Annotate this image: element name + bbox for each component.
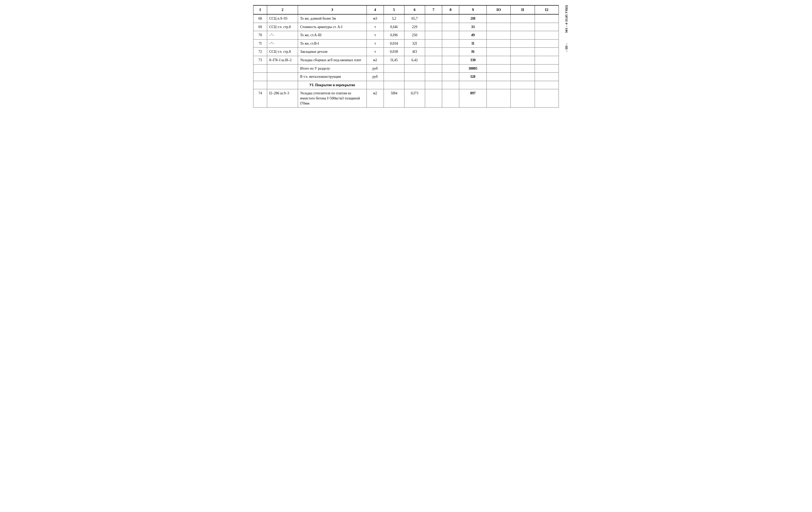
cell-col10 (487, 89, 511, 108)
header-col4: 4 (367, 5, 384, 14)
cell-col5 (384, 64, 404, 73)
cell-col3: Укладка сборных ж/б под-оконных плит (298, 56, 367, 64)
cell-col11 (511, 73, 534, 81)
cell-col10 (487, 23, 511, 31)
cell-col12 (534, 39, 558, 48)
cell-col4: м2 (367, 89, 384, 108)
cell-col11 (511, 89, 534, 108)
cell-col9 (459, 81, 487, 89)
cell-col10 (487, 39, 511, 48)
cell-col3: Стоимость арматуры ст. А-I (298, 23, 367, 31)
side-label: 503 – 4-33.85 УП(I) – III – (561, 5, 572, 108)
cell-col10 (487, 31, 511, 39)
cell-col12 (534, 56, 558, 64)
cell-col6 (404, 73, 425, 81)
cell-col10 (487, 81, 511, 89)
cell-col8 (442, 81, 459, 89)
cell-col3: Укладка утеплителя по плитам из ячеистог… (298, 89, 367, 108)
cell-row-id: 73 (254, 56, 267, 64)
cell-row-id: 7I (254, 39, 267, 48)
cell-col9: I28 (459, 73, 487, 81)
cell-col3: То же, ст.В-I (298, 39, 367, 48)
header-col2: 2 (267, 5, 298, 14)
cell-col8 (442, 14, 459, 23)
cell-row-id: 70 (254, 31, 267, 39)
cell-col2: ССЦ п.9–93 (267, 14, 298, 23)
cell-col12 (534, 48, 558, 56)
header-col6: 6 (404, 5, 425, 14)
cell-col9: II (459, 39, 487, 48)
cell-col9: 330 (459, 56, 487, 64)
cell-col2 (267, 81, 298, 89)
cell-col8 (442, 39, 459, 48)
cell-col7 (425, 48, 442, 56)
cell-col7 (425, 39, 442, 48)
cell-row-id: 69 (254, 23, 267, 31)
cell-col4: м2 (367, 56, 384, 64)
cell-col3: Закладные детали (298, 48, 367, 56)
cell-col9: 49 (459, 31, 487, 39)
table-header: I 2 3 4 5 6 7 8 9 IO II I2 (254, 5, 559, 14)
cell-col5: 0,I46 (384, 23, 404, 31)
cell-col6 (404, 81, 425, 89)
table-row: В т.ч. металлоконструкциирубI28 (254, 73, 559, 81)
cell-col6: 6,42 (404, 56, 425, 64)
cell-col6: 32I (404, 39, 425, 48)
table-row: 70–"–То же, ст.А-IIIт0,I9625049 (254, 31, 559, 39)
cell-col8 (442, 48, 459, 56)
cell-col8 (442, 23, 459, 31)
cell-col2: ССЦ т.ч. стр.8 (267, 23, 298, 31)
cell-col11 (511, 14, 534, 23)
table-row: УI. Покрытие и перекрытие (254, 81, 559, 89)
cell-col11 (511, 56, 534, 64)
cell-row-id: 74 (254, 89, 267, 108)
table-row: 7I–"–То же, ст.В-Iт0,03432III (254, 39, 559, 48)
cell-col12 (534, 64, 558, 73)
cell-row-id (254, 73, 267, 81)
cell-col2: ССЦ т.ч. стр.8 (267, 48, 298, 56)
cell-col6: 65,7 (404, 14, 425, 23)
cell-col4: т (367, 48, 384, 56)
cell-col5 (384, 81, 404, 89)
cell-col11 (511, 31, 534, 39)
header-col9: 9 (459, 5, 487, 14)
cell-col12 (534, 23, 558, 31)
header-col10: IO (487, 5, 511, 14)
cell-col2 (267, 73, 298, 81)
cell-col7 (425, 89, 442, 108)
cell-col10 (487, 56, 511, 64)
cell-col11 (511, 64, 534, 73)
header-col8: 8 (442, 5, 459, 14)
table-body: 68ССЦ п.9–93То же, длиной более 3мм33,26… (254, 14, 559, 108)
cell-col4: м3 (367, 14, 384, 23)
cell-col3: То же, длиной более 3м (298, 14, 367, 23)
cell-col5 (384, 73, 404, 81)
cell-col5: 0,034 (384, 39, 404, 48)
cell-col8 (442, 73, 459, 81)
cell-col7 (425, 81, 442, 89)
cell-col4: т (367, 23, 384, 31)
cell-col10 (487, 64, 511, 73)
header-col5: 5 (384, 5, 404, 14)
cell-col7 (425, 64, 442, 73)
cell-col12 (534, 81, 558, 89)
cell-col5: 5I84 (384, 89, 404, 108)
table-row: 72ССЦ т.ч. стр.8Закладные деталит0,0384I… (254, 48, 559, 56)
cell-col3: В т.ч. металлоконструкции (298, 73, 367, 81)
main-table: I 2 3 4 5 6 7 8 9 IO II I2 68ССЦ п.9–93Т… (253, 5, 559, 108)
cell-col10 (487, 48, 511, 56)
header-col1: I (254, 5, 267, 14)
cell-col4 (367, 81, 384, 89)
cell-col2 (267, 64, 298, 73)
cell-row-id (254, 81, 267, 89)
cell-col6: 4I3 (404, 48, 425, 56)
cell-col12 (534, 14, 558, 23)
cell-col4: т (367, 31, 384, 39)
cell-col9: 2I0 (459, 14, 487, 23)
cell-col10 (487, 73, 511, 81)
cell-col7 (425, 23, 442, 31)
cell-col6: 229 (404, 23, 425, 31)
cell-col3: Итого по У разделу: (298, 64, 367, 73)
cell-row-id (254, 64, 267, 73)
cell-col12 (534, 31, 558, 39)
